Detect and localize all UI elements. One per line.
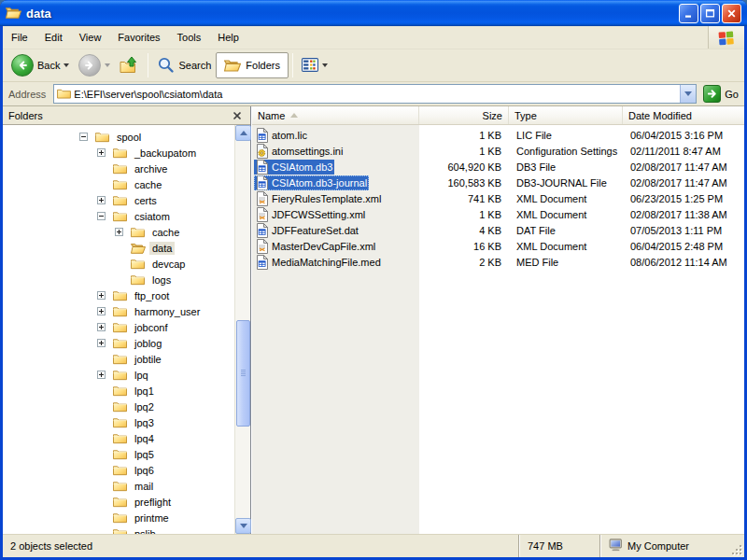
tree-scrollbar[interactable] <box>234 125 250 534</box>
folder-icon <box>131 258 146 270</box>
file-selection-area[interactable]: CSIAtom.db3 <box>254 160 334 175</box>
folders-toggle-button[interactable]: Folders <box>216 52 289 78</box>
file-selection-area[interactable]: MediaMatchingFile.med <box>254 255 383 270</box>
views-button[interactable] <box>297 56 332 76</box>
file-selection-area[interactable]: FieryRulesTemplate.xml <box>254 191 383 206</box>
file-selection-area[interactable]: atomsettings.ini <box>254 144 345 159</box>
scroll-up-button[interactable] <box>235 125 251 141</box>
address-input[interactable] <box>71 89 680 100</box>
file-row-atomsettings.ini[interactable]: atomsettings.ini1 KBConfiguration Settin… <box>252 143 744 159</box>
tree-item-lpq1[interactable]: lpq1 <box>3 383 234 399</box>
tree-item-lpq3[interactable]: lpq3 <box>3 414 234 430</box>
go-button[interactable]: Go <box>703 85 739 103</box>
plus-expander-icon[interactable] <box>115 228 123 236</box>
tree-item-label: jobtile <box>132 353 164 366</box>
tree-item-pslib[interactable]: pslib <box>3 525 234 534</box>
file-row-CSIAtom.db3[interactable]: CSIAtom.db3604,920 KBDB3 File02/08/2017 … <box>252 159 744 175</box>
close-button[interactable] <box>722 4 741 23</box>
back-button[interactable]: Back <box>7 52 74 78</box>
tree-item-harmony_user[interactable]: harmony_user <box>3 303 234 319</box>
column-header-size[interactable]: Size <box>419 106 509 124</box>
tree-item-lpq5[interactable]: lpq5 <box>3 446 234 462</box>
file-row-atom.lic[interactable]: atom.lic1 KBLIC File06/04/2015 3:16 PM <box>252 127 744 143</box>
file-selection-area[interactable]: atom.lic <box>254 128 309 143</box>
tree-item-logs[interactable]: logs <box>3 272 234 287</box>
plus-expander-icon[interactable] <box>97 339 106 347</box>
back-dropdown-icon[interactable] <box>63 63 69 67</box>
tree-item-ftp_root[interactable]: ftp_root <box>3 287 234 303</box>
column-header-date[interactable]: Date Modified <box>623 106 744 124</box>
sort-ascending-icon <box>290 113 298 118</box>
plus-expander-icon[interactable] <box>97 196 106 204</box>
plus-expander-icon[interactable] <box>97 371 106 379</box>
tree-item-csiatom[interactable]: csiatom <box>3 208 234 224</box>
tree-item-archive[interactable]: archive <box>3 161 234 176</box>
menu-edit[interactable]: Edit <box>36 26 71 49</box>
address-dropdown-button[interactable] <box>680 85 696 103</box>
tree-item-lpq6[interactable]: lpq6 <box>3 462 234 478</box>
file-row-JDFCWSSetting.xml[interactable]: JDFCWSSetting.xml1 KBXML Document02/08/2… <box>252 206 744 222</box>
tree-item-label: harmony_user <box>132 305 203 318</box>
folder-icon <box>113 496 128 508</box>
menu-tools[interactable]: Tools <box>169 26 210 49</box>
plus-expander-icon[interactable] <box>97 307 106 315</box>
column-header-type[interactable]: Type <box>509 106 623 124</box>
tree-item-label: lpq1 <box>132 385 157 398</box>
plus-expander-icon[interactable] <box>97 148 106 157</box>
column-label: Type <box>514 110 537 121</box>
file-row-FieryRulesTemplate.xml[interactable]: FieryRulesTemplate.xml741 KBXML Document… <box>252 190 744 206</box>
tree-item-lpq[interactable]: lpq <box>3 367 234 383</box>
tree-item-cache[interactable]: cache <box>3 176 234 192</box>
up-button[interactable] <box>115 54 144 77</box>
plus-expander-icon[interactable] <box>97 323 106 331</box>
file-row-CSIAtom.db3-journal[interactable]: CSIAtom.db3-journal160,583 KBDB3-JOURNAL… <box>252 175 744 190</box>
forward-button[interactable] <box>74 52 115 78</box>
tree-item-data[interactable]: data <box>3 240 234 256</box>
maximize-button[interactable] <box>700 4 720 23</box>
menu-help[interactable]: Help <box>209 26 247 49</box>
scroll-down-button[interactable] <box>235 518 251 534</box>
file-selection-area[interactable]: JDFFeatureSet.dat <box>254 223 360 238</box>
file-row-MasterDevCapFile.xml[interactable]: MasterDevCapFile.xml16 KBXML Document06/… <box>252 238 744 254</box>
close-folders-icon[interactable] <box>230 108 245 123</box>
tree-item-jobconf[interactable]: jobconf <box>3 319 234 335</box>
tree-item-_backupatom[interactable]: _backupatom <box>3 145 234 161</box>
minimize-button[interactable] <box>679 4 698 23</box>
tree-item-label: lpq3 <box>132 416 157 429</box>
file-row-JDFFeatureSet.dat[interactable]: JDFFeatureSet.dat4 KBDAT File07/05/2013 … <box>252 222 744 238</box>
address-combo[interactable] <box>53 84 697 104</box>
minus-expander-icon[interactable] <box>97 212 106 220</box>
tree-item-lpq2[interactable]: lpq2 <box>3 399 234 414</box>
tree-item-spool[interactable]: spool <box>3 129 234 145</box>
toolbar-separator <box>148 53 148 77</box>
minus-expander-icon[interactable] <box>79 133 88 141</box>
folder-icon <box>113 337 128 349</box>
tree-item-jobtile[interactable]: jobtile <box>3 351 234 367</box>
menu-favorites[interactable]: Favorites <box>109 26 168 49</box>
tree-item-cache[interactable]: cache <box>3 224 234 240</box>
views-dropdown-icon[interactable] <box>322 63 328 67</box>
search-button[interactable]: Search <box>152 54 216 77</box>
file-selection-area[interactable]: CSIAtom.db3-journal <box>254 175 369 190</box>
tree-item-preflight[interactable]: preflight <box>3 494 234 510</box>
tree-item-lpq4[interactable]: lpq4 <box>3 430 234 446</box>
tree-item-mail[interactable]: mail <box>3 478 234 494</box>
file-selection-area[interactable]: MasterDevCapFile.xml <box>254 239 377 254</box>
menu-file[interactable]: File <box>3 26 36 49</box>
plus-expander-icon[interactable] <box>97 291 106 300</box>
column-header-name[interactable]: Name <box>252 106 419 124</box>
tree-item-joblog[interactable]: joblog <box>3 335 234 351</box>
title-bar[interactable]: data <box>0 0 747 26</box>
file-row-MediaMatchingFile.med[interactable]: MediaMatchingFile.med2 KBMED File08/06/2… <box>252 254 744 270</box>
tree-item-certs[interactable]: certs <box>3 192 234 208</box>
tree-item-devcap[interactable]: devcap <box>3 256 234 272</box>
forward-dropdown-icon[interactable] <box>105 63 110 67</box>
file-name: atom.lic <box>272 130 307 141</box>
resize-grip[interactable] <box>730 543 742 555</box>
menu-view[interactable]: View <box>71 26 110 49</box>
file-selection-area[interactable]: JDFCWSSetting.xml <box>254 207 367 222</box>
tree-item-printme[interactable]: printme <box>3 510 234 525</box>
folder-icon <box>113 321 128 333</box>
scrollbar-thumb[interactable] <box>236 320 250 427</box>
folder-icon <box>113 210 128 222</box>
